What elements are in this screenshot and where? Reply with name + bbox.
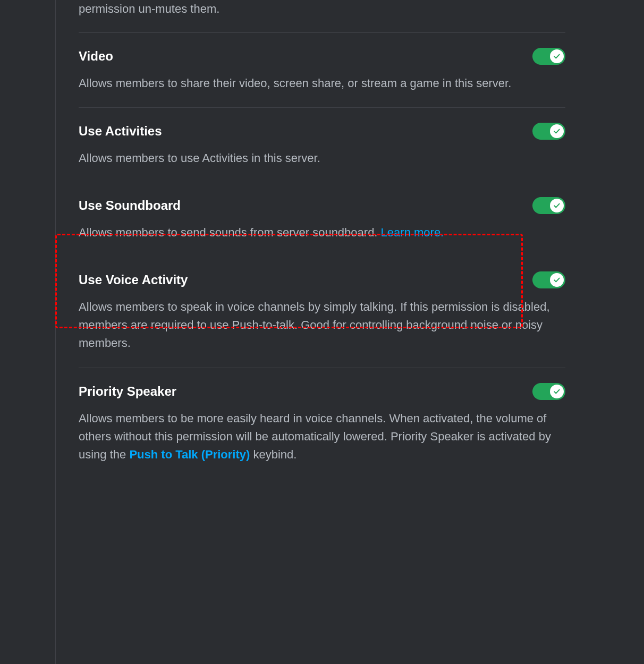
permission-item-use-voice-activity: Use Voice Activity Allows members to spe…: [79, 257, 565, 368]
toggle-knob: [550, 124, 564, 138]
permissions-content: permission un-mutes them. Video Allows m…: [0, 0, 644, 479]
permission-description: Allows members to speak in voice channel…: [79, 298, 565, 352]
learn-more-link[interactable]: Learn more.: [381, 226, 444, 239]
permission-header: Use Soundboard: [79, 197, 565, 214]
permission-item-priority-speaker: Priority Speaker Allows members to be mo…: [79, 368, 565, 479]
toggle-knob: [550, 273, 564, 287]
permission-header: Use Voice Activity: [79, 271, 565, 288]
toggle-knob: [550, 199, 564, 212]
check-icon: [553, 276, 561, 284]
description-text: Allows members to send sounds from serve…: [79, 226, 381, 239]
toggle-priority-speaker[interactable]: [532, 383, 565, 400]
permission-item-use-soundboard: Use Soundboard Allows members to send so…: [79, 182, 565, 257]
push-to-talk-link[interactable]: Push to Talk (Priority): [129, 448, 250, 461]
permission-title: Video: [79, 49, 113, 64]
description-post: keybind.: [250, 448, 296, 461]
toggle-use-activities[interactable]: [532, 123, 565, 140]
check-icon: [553, 201, 561, 210]
permission-description: Allows members to be more easily heard i…: [79, 410, 565, 464]
intro-text: permission un-mutes them.: [79, 0, 565, 33]
permission-description: Allows members to use Activities in this…: [79, 149, 565, 167]
permission-header: Priority Speaker: [79, 383, 565, 400]
toggle-knob: [550, 49, 564, 63]
toggle-use-voice-activity[interactable]: [532, 271, 565, 288]
permission-description: Allows members to share their video, scr…: [79, 74, 565, 92]
toggle-knob: [550, 385, 564, 398]
check-icon: [553, 387, 561, 396]
permission-title: Use Voice Activity: [79, 273, 188, 287]
permission-header: Video: [79, 48, 565, 65]
permission-item-video: Video Allows members to share their vide…: [79, 33, 565, 108]
permission-title: Use Activities: [79, 124, 162, 139]
toggle-use-soundboard[interactable]: [532, 197, 565, 214]
permission-item-use-activities: Use Activities Allows members to use Act…: [79, 108, 565, 182]
check-icon: [553, 52, 561, 61]
sidebar-border: [55, 0, 56, 664]
permission-title: Use Soundboard: [79, 198, 181, 213]
toggle-video[interactable]: [532, 48, 565, 65]
permission-header: Use Activities: [79, 123, 565, 140]
check-icon: [553, 127, 561, 135]
permission-title: Priority Speaker: [79, 384, 176, 399]
permission-description: Allows members to send sounds from serve…: [79, 224, 565, 242]
